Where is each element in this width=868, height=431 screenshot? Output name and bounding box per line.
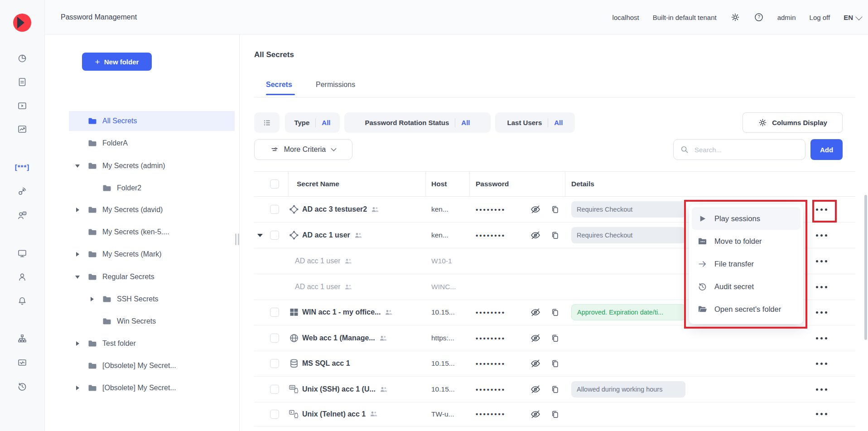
columns-display-button[interactable]: Columns Display [743, 112, 843, 133]
reveal-password-icon[interactable] [530, 204, 541, 215]
row-actions-button[interactable] [815, 232, 829, 239]
video-player-icon[interactable] [17, 101, 27, 111]
row-checkbox[interactable] [270, 205, 279, 214]
reveal-password-icon[interactable] [530, 230, 541, 241]
row-actions-button[interactable] [815, 360, 829, 368]
sitemap-icon[interactable] [17, 334, 27, 344]
copy-password-icon[interactable] [550, 230, 560, 240]
select-all-checkbox[interactable] [270, 179, 279, 189]
tree-item-obsolete-2[interactable]: [Obsolete] My Secret... [69, 378, 235, 398]
filter-rotation-value[interactable]: All [461, 119, 470, 126]
reveal-password-icon[interactable] [530, 384, 541, 395]
copy-password-icon[interactable] [550, 384, 560, 394]
view-list-button[interactable] [254, 112, 280, 133]
copy-password-icon[interactable] [550, 307, 560, 317]
help-icon[interactable]: ? [754, 12, 764, 22]
tree-item-my-secrets-ken[interactable]: My Secrets (ken-5.... [69, 222, 235, 242]
bell-icon[interactable] [17, 296, 27, 306]
tree-item-obsolete-1[interactable]: [Obsolete] My Secret... [69, 356, 235, 376]
filter-rotation-status[interactable]: Password Rotation Status All [344, 112, 491, 133]
tree-item-my-secrets-mark[interactable]: My Secrets (Mark) [69, 244, 235, 264]
sidebar-resizer-handle[interactable] [234, 232, 240, 246]
document-icon[interactable] [17, 77, 27, 87]
filter-type-value[interactable]: All [322, 119, 330, 126]
caret-right-icon[interactable] [76, 208, 79, 212]
row-actions-button[interactable] [815, 386, 829, 393]
row-checkbox[interactable] [270, 308, 279, 317]
menu-item-open-secrets-folder[interactable]: Open secret's folder [692, 298, 800, 320]
copy-password-icon[interactable] [550, 204, 560, 214]
tab-permissions[interactable]: Permissions [316, 81, 355, 89]
filter-type[interactable]: Type All [285, 112, 340, 133]
vertical-scrollbar[interactable] [864, 195, 867, 340]
table-row[interactable]: Web acc 1 (Manage... https:... •••••••• [254, 325, 855, 351]
menu-item-file-transfer[interactable]: File transfer [692, 252, 800, 275]
row-checkbox[interactable] [270, 334, 279, 343]
menu-item-audit-secret[interactable]: Audit secret [692, 275, 800, 298]
line-chart-icon[interactable] [17, 124, 27, 134]
search-input[interactable] [694, 145, 799, 154]
key-signal-icon[interactable] [17, 186, 27, 196]
tree-item-my-secrets-david[interactable]: My Secrets (david) [69, 200, 235, 220]
tree-item-my-secrets-admin[interactable]: My Secrets (admin) [69, 156, 235, 176]
activity-monitor-icon[interactable] [17, 358, 27, 368]
row-checkbox[interactable] [270, 385, 279, 394]
column-header-details[interactable]: Details [565, 180, 704, 188]
row-actions-button[interactable] [815, 283, 829, 291]
logoff-button[interactable]: Log off [810, 14, 830, 21]
reveal-password-icon[interactable] [530, 307, 541, 318]
settings-gear-icon[interactable] [730, 12, 740, 22]
pie-chart-icon[interactable] [17, 53, 27, 63]
filter-last-users-value[interactable]: All [554, 119, 563, 126]
row-actions-button[interactable] [815, 334, 829, 342]
row-checkbox[interactable] [270, 359, 279, 368]
collapse-caret-icon[interactable] [257, 234, 263, 237]
reveal-password-icon[interactable] [530, 333, 541, 344]
filter-last-users[interactable]: Last Users All [495, 112, 575, 133]
caret-right-icon[interactable] [91, 297, 94, 301]
caret-down-icon[interactable] [75, 276, 80, 279]
row-actions-button[interactable] [815, 410, 829, 418]
tree-item-folder2[interactable]: Folder2 [69, 178, 249, 198]
tree-item-win-secrets[interactable]: Win Secrets [69, 311, 249, 331]
tree-item-regular-secrets[interactable]: Regular Secrets [69, 267, 235, 287]
row-actions-button[interactable] [815, 206, 829, 213]
table-row[interactable]: MS SQL acc 1 10.15... •••••••• [254, 351, 855, 377]
row-checkbox[interactable] [270, 410, 279, 419]
caret-right-icon[interactable] [76, 386, 79, 390]
column-header-password[interactable]: Password [470, 172, 565, 196]
caret-down-icon[interactable] [75, 165, 80, 168]
add-button[interactable]: Add [810, 139, 843, 160]
password-brackets-icon[interactable]: [***] [0, 163, 44, 171]
table-row[interactable]: Unix (Telnet) acc 1 TW-u... •••••••• [254, 402, 855, 426]
row-actions-button[interactable] [815, 309, 829, 316]
app-logo[interactable] [13, 14, 31, 32]
more-criteria-button[interactable]: More Criteria [254, 139, 352, 160]
reveal-password-icon[interactable] [530, 358, 541, 369]
row-actions-button[interactable] [815, 257, 829, 265]
caret-right-icon[interactable] [76, 252, 79, 257]
copy-password-icon[interactable] [550, 333, 560, 343]
history-clock-icon[interactable] [17, 382, 27, 392]
menu-item-play-sessions[interactable]: Play sessions [692, 207, 800, 230]
user-menu[interactable]: admin [777, 14, 796, 21]
copy-password-icon[interactable] [550, 409, 560, 419]
tree-item-test-folder[interactable]: Test folder [69, 334, 235, 354]
reveal-password-icon[interactable] [530, 409, 541, 420]
tab-secrets[interactable]: Secrets [266, 81, 292, 89]
caret-right-icon[interactable] [76, 341, 79, 346]
new-folder-button[interactable]: + New folder [82, 53, 152, 71]
tree-item-foldera[interactable]: FolderA [69, 133, 235, 153]
user-question-icon[interactable]: ? [17, 210, 27, 220]
row-checkbox[interactable] [270, 231, 279, 240]
language-selector[interactable]: EN [844, 14, 861, 21]
tree-item-ssh-secrets[interactable]: SSH Secrets [69, 289, 249, 309]
monitor-icon[interactable] [17, 248, 27, 258]
column-header-host[interactable]: Host [426, 172, 470, 196]
user-icon[interactable] [17, 272, 27, 282]
menu-item-move-to-folder[interactable]: Move to folder [692, 230, 800, 252]
tree-item-all-secrets[interactable]: All Secrets [69, 111, 235, 131]
column-header-secret-name[interactable]: Secret Name [289, 172, 426, 196]
table-row[interactable]: SSH Unix (SSH) acc 1 (U... 10.15... ••••… [254, 377, 855, 402]
copy-password-icon[interactable] [550, 358, 560, 368]
